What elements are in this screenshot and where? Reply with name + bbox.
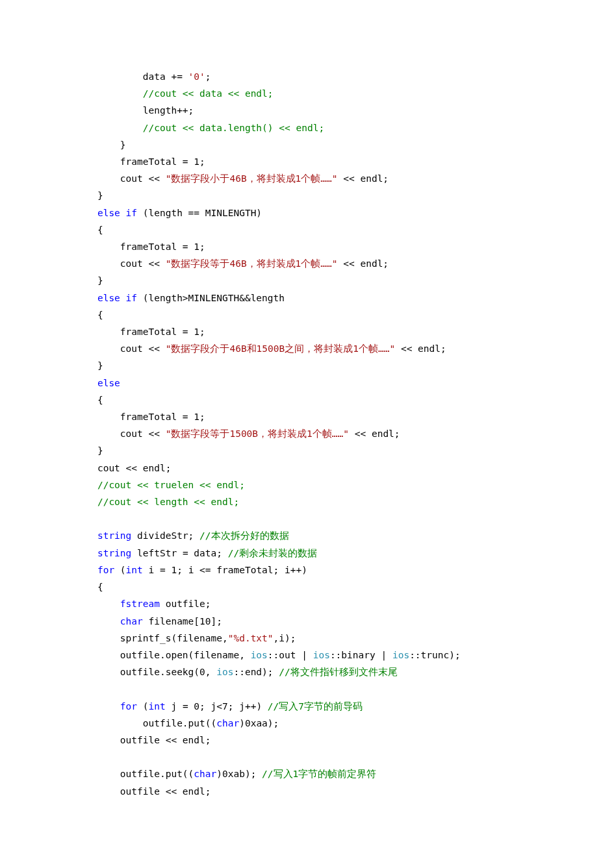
token-op: ::binary | [330, 650, 392, 660]
token-op: outfile.seekg(0, [120, 667, 216, 677]
token-kw: char [216, 718, 239, 728]
indent [75, 293, 97, 303]
token-op: ( [114, 565, 125, 575]
indent [75, 701, 120, 712]
token-op: << endl; [338, 173, 389, 184]
indent [75, 395, 97, 405]
token-kw: char [120, 616, 143, 626]
indent [75, 786, 120, 797]
token-kw: fstream [120, 599, 160, 609]
token-str: "数据字段等于1500B，将封装成1个帧……" [166, 428, 349, 439]
token-op: } [97, 275, 103, 286]
indent [75, 310, 97, 320]
code-line [75, 680, 539, 697]
code-line: } [75, 136, 539, 153]
token-op: { [97, 395, 103, 405]
token-kw: else [97, 378, 120, 388]
token-ns: ios [216, 667, 233, 677]
token-kw: int [126, 565, 143, 575]
indent [75, 582, 97, 592]
indent [75, 208, 97, 218]
code-line: { [75, 306, 539, 323]
token-op: << endl; [338, 258, 389, 269]
token-cm: //写入7字节的前导码 [268, 701, 363, 712]
token-kw: else if [97, 293, 137, 303]
code-line: } [75, 187, 539, 204]
code-line: cout << "数据字段介于46B和1500B之间，将封装成1个帧……" <<… [75, 340, 539, 357]
token-op: } [120, 140, 126, 150]
code-line: } [75, 442, 539, 459]
indent [75, 650, 120, 660]
token-op: ::end); [233, 667, 279, 677]
indent [75, 445, 97, 456]
indent [75, 343, 120, 354]
token-cm: //cout << data.length() << endl; [143, 123, 324, 133]
token-op: ; [205, 71, 211, 82]
indent [75, 360, 97, 371]
code-line: for (int i = 1; i <= frameTotal; i++) [75, 562, 539, 578]
code-line: } [75, 357, 539, 374]
code-line: //cout << truelen << endl; [75, 477, 539, 493]
indent [75, 173, 120, 184]
indent [75, 71, 143, 82]
code-line: else if (length>MINLENGTH&&length [75, 290, 539, 306]
token-kw: string [97, 548, 131, 558]
indent [75, 769, 120, 779]
code-line: //cout << length << endl; [75, 493, 539, 510]
code-line: string divideStr; //本次拆分好的数据 [75, 527, 539, 544]
token-kw: int [149, 701, 166, 712]
token-cm: //cout << length << endl; [97, 497, 239, 507]
token-op: outfile << endl; [120, 786, 211, 797]
indent [75, 140, 120, 150]
token-str: "数据字段小于46B，将封装成1个帧……" [166, 173, 338, 184]
indent [75, 378, 97, 388]
token-str: "数据字段等于46B，将封装成1个帧……" [166, 258, 338, 269]
token-str: '0' [188, 71, 205, 82]
indent [75, 123, 143, 133]
code-line: cout << "数据字段小于46B，将封装成1个帧……" << endl; [75, 170, 539, 187]
token-op: } [97, 445, 103, 456]
code-line: //cout << data.length() << endl; [75, 119, 539, 136]
indent [75, 565, 97, 575]
indent [75, 428, 120, 439]
indent [75, 616, 120, 626]
token-kw: string [97, 530, 131, 541]
token-kw: char [194, 769, 216, 779]
code-line: else [75, 375, 539, 391]
token-op: (length == MINLENGTH) [137, 208, 262, 218]
token-op: frameTotal = 1; [120, 412, 205, 422]
code-line: string leftStr = data; //剩余未封装的数据 [75, 545, 539, 562]
token-op: ( [137, 701, 148, 712]
token-op: } [97, 360, 103, 371]
token-op: (length>MINLENGTH&&length [137, 293, 285, 303]
code-line: cout << "数据字段等于1500B，将封装成1个帧……" << endl; [75, 425, 539, 442]
indent [75, 412, 120, 422]
token-op: << endl; [349, 428, 400, 439]
code-line: outfile << endl; [75, 783, 539, 800]
token-op: frameTotal = 1; [120, 327, 205, 337]
token-str: "%d.txt" [228, 633, 274, 643]
indent [75, 735, 120, 745]
code-line: length++; [75, 102, 539, 119]
code-line: frameTotal = 1; [75, 323, 539, 340]
token-cm: //本次拆分好的数据 [199, 530, 288, 541]
code-line: { [75, 391, 539, 408]
token-op: frameTotal = 1; [120, 242, 205, 252]
token-op: outfile.open(filename, [120, 650, 251, 660]
token-op: outfile << endl; [120, 735, 211, 745]
indent [75, 258, 120, 269]
indent [75, 599, 120, 609]
code-line: { [75, 578, 539, 595]
code-line: outfile.put((char)0xab); //写入1字节的帧前定界符 [75, 765, 539, 782]
code-line: frameTotal = 1; [75, 238, 539, 255]
indent [75, 633, 120, 643]
token-op: } [97, 190, 103, 201]
code-line: cout << "数据字段等于46B，将封装成1个帧……" << endl; [75, 255, 539, 272]
indent [75, 190, 97, 201]
code-line: outfile.seekg(0, ios::end); //将文件指针移到文件末… [75, 663, 539, 680]
token-kw: for [120, 701, 137, 712]
token-op: { [97, 225, 103, 235]
code-line: outfile.open(filename, ios::out | ios::b… [75, 647, 539, 663]
token-op: )0xaa); [239, 718, 279, 728]
indent [75, 275, 97, 286]
